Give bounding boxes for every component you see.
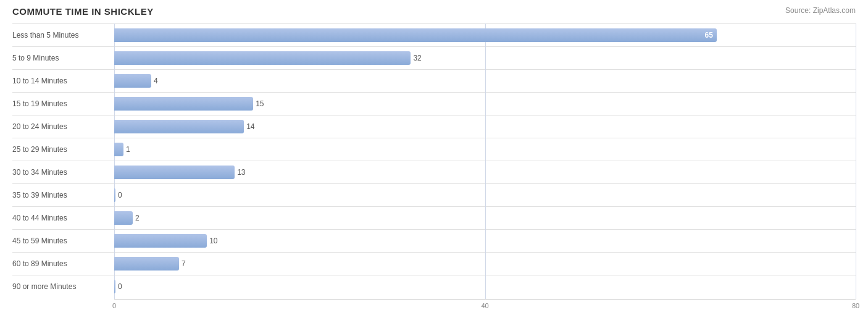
bar-container: 65	[114, 28, 856, 42]
source-label: Source: ZipAtlas.com	[785, 6, 856, 15]
bar-container: 1	[114, 143, 856, 156]
bar-row: 25 to 29 Minutes1	[12, 138, 856, 161]
bar-label: 25 to 29 Minutes	[12, 145, 114, 154]
bar-value: 2	[135, 214, 140, 222]
bar-label: 45 to 59 Minutes	[12, 237, 114, 245]
bar-fill: 4	[114, 74, 151, 88]
bar-container: 15	[114, 97, 856, 111]
bar-row: 15 to 19 Minutes15	[12, 92, 856, 115]
bars-container: Less than 5 Minutes655 to 9 Minutes3210 …	[12, 23, 856, 298]
bar-value: 0	[118, 282, 122, 291]
bar-container: 0	[114, 188, 856, 202]
bar-fill: 15	[114, 97, 253, 111]
bar-row: 5 to 9 Minutes32	[12, 46, 856, 69]
bar-value: 0	[118, 191, 122, 199]
bar-fill: 7	[114, 257, 179, 271]
chart-wrapper: COMMUTE TIME IN SHICKLEY Source: ZipAtla…	[12, 6, 856, 311]
bar-value: 13	[237, 168, 245, 177]
bar-row: 60 to 89 Minutes7	[12, 252, 856, 275]
bar-label: 5 to 9 Minutes	[12, 54, 114, 62]
bar-row: 10 to 14 Minutes4	[12, 69, 856, 92]
bar-fill: 10	[114, 234, 207, 248]
bar-label: 15 to 19 Minutes	[12, 99, 114, 108]
bar-label: 90 or more Minutes	[12, 282, 114, 291]
bar-container: 0	[114, 280, 856, 293]
bar-fill: 32	[114, 51, 411, 65]
bar-container: 7	[114, 257, 856, 271]
bar-row: 45 to 59 Minutes10	[12, 229, 856, 252]
bar-container: 10	[114, 234, 856, 248]
grid-line	[856, 23, 856, 299]
bar-value: 7	[182, 259, 186, 268]
bar-label: 60 to 89 Minutes	[12, 259, 114, 268]
bar-label: 30 to 34 Minutes	[12, 168, 114, 177]
bar-label: 35 to 39 Minutes	[12, 191, 114, 199]
bar-fill: 13	[114, 166, 235, 179]
bar-container: 14	[114, 120, 856, 133]
bar-container: 2	[114, 211, 856, 225]
bar-container: 32	[114, 51, 856, 65]
chart-area: Less than 5 Minutes655 to 9 Minutes3210 …	[12, 23, 856, 311]
bar-container: 4	[114, 74, 856, 88]
bar-fill: 1	[114, 143, 123, 156]
bar-label: 40 to 44 Minutes	[12, 214, 114, 222]
chart-title: COMMUTE TIME IN SHICKLEY	[12, 6, 154, 17]
bar-value: 15	[256, 99, 264, 108]
x-axis-tick: 0	[112, 302, 116, 309]
bar-value: 14	[246, 122, 254, 131]
bar-row: 90 or more Minutes0	[12, 275, 856, 298]
bar-value: 1	[126, 145, 130, 154]
bar-label: 20 to 24 Minutes	[12, 122, 114, 131]
bar-label: 10 to 14 Minutes	[12, 77, 114, 85]
bar-fill: 14	[114, 120, 244, 133]
bar-fill: 0	[114, 188, 115, 202]
bar-fill: 65	[114, 28, 717, 42]
bar-container: 13	[114, 166, 856, 179]
bar-row: 20 to 24 Minutes14	[12, 115, 856, 138]
x-axis-tick: 80	[852, 302, 859, 309]
x-axis-tick: 40	[481, 302, 488, 309]
bar-label: Less than 5 Minutes	[12, 31, 114, 40]
bar-row: Less than 5 Minutes65	[12, 23, 856, 46]
bar-value: 10	[209, 237, 217, 245]
bar-fill: 0	[114, 280, 115, 293]
bar-row: 40 to 44 Minutes2	[12, 206, 856, 229]
bar-fill: 2	[114, 211, 133, 225]
bar-value: 32	[413, 54, 421, 62]
bar-value: 4	[154, 77, 158, 85]
bar-value: 65	[704, 31, 712, 40]
x-axis: 04080	[114, 299, 856, 311]
bar-row: 35 to 39 Minutes0	[12, 183, 856, 206]
bar-row: 30 to 34 Minutes13	[12, 161, 856, 183]
